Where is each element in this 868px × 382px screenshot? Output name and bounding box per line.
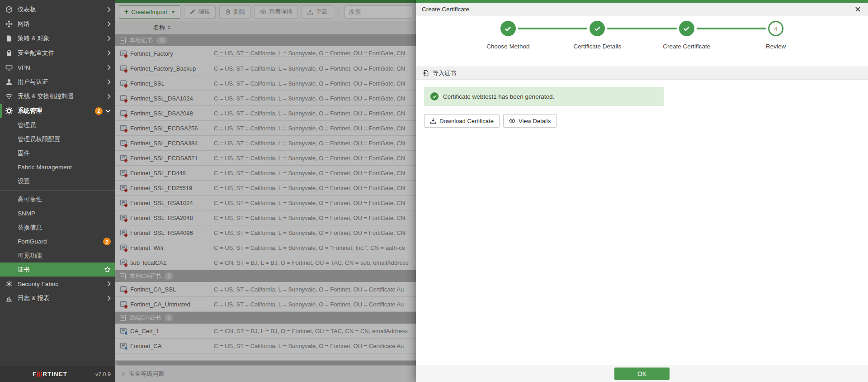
toolbar-separator: [339, 6, 339, 17]
local-certificate-icon: [120, 139, 127, 147]
chevron-right-icon: [107, 50, 111, 56]
create-import-button[interactable]: + Create/Import: [119, 5, 180, 19]
search-input[interactable]: [344, 5, 412, 19]
eye-icon: [509, 118, 515, 124]
collapse-icon[interactable]: [120, 273, 126, 279]
success-alert: Certificate webtest1 has been generated.: [424, 87, 664, 106]
notification-badge: 2: [95, 107, 103, 115]
sidebar-item-network[interactable]: 网络: [0, 17, 115, 31]
local-certificate-icon: [120, 301, 127, 308]
eye-icon: [260, 9, 266, 15]
delete-button[interactable]: 删除: [219, 5, 251, 19]
close-icon[interactable]: [853, 5, 862, 14]
group-count-badge: 15: [156, 37, 167, 44]
check-circle-icon: [430, 92, 439, 100]
local-certificate-icon: [120, 50, 127, 57]
download-certificate-button[interactable]: Download Certificate: [424, 114, 500, 128]
sidebar-item-replacement-messages[interactable]: 替换信息: [0, 220, 115, 234]
sidebar-item-system[interactable]: 系统管理 2: [0, 104, 115, 118]
sidebar-item-snmp[interactable]: SNMP: [0, 206, 115, 220]
sidebar-item-log-report[interactable]: 日志 & 报表: [0, 291, 115, 306]
local-certificate-icon: [120, 229, 127, 236]
step-done-check-icon: [590, 21, 605, 36]
collapse-icon[interactable]: [120, 315, 126, 321]
sort-icon: [167, 25, 171, 29]
chevron-down-icon: [105, 109, 111, 113]
sidebar-item-admin-profiles[interactable]: 管理员权限配置: [0, 132, 115, 146]
sidebar-item-fabric-management[interactable]: Fabric Management: [0, 160, 115, 174]
remote-ca-certificate-icon: R: [120, 342, 127, 349]
step-certificate-details: Certificate Details: [553, 21, 642, 50]
sidebar-item-security-fabric[interactable]: Security Fabric: [0, 277, 115, 291]
step-review: 4 Review: [731, 21, 821, 50]
chevron-right-icon: [107, 21, 111, 27]
lock-icon: [5, 49, 13, 57]
local-certificate-icon: [120, 110, 127, 117]
fortinet-logo-o: [37, 372, 42, 377]
user-icon: [5, 78, 13, 86]
step-number: 4: [768, 21, 783, 36]
sidebar-item-fortiguard[interactable]: FortiGuard 2: [0, 234, 115, 248]
remote-ca-certificate-icon: R: [120, 327, 127, 334]
sidebar-item-wifi-switch[interactable]: 无线 & 交换机控制器: [0, 89, 115, 104]
sidebar-item-security-profiles[interactable]: 安全配置文件: [0, 46, 115, 60]
wifi-icon: [5, 93, 13, 100]
local-certificate-icon: [120, 244, 127, 251]
local-certificate-icon: [120, 95, 127, 102]
sidebar-item-certificates[interactable]: 证书: [0, 263, 115, 277]
sidebar-item-user-auth[interactable]: 用户与认证: [0, 75, 115, 89]
group-count-badge: 2: [165, 272, 173, 280]
fortinet-logo: FRTINET: [5, 371, 95, 377]
chevron-right-icon: [107, 281, 111, 286]
step-done-check-icon: [500, 21, 516, 36]
caret-down-icon: [171, 11, 175, 13]
sidebar-item-firmware[interactable]: 固件: [0, 146, 115, 160]
success-alert-text: Certificate webtest1 has been generated.: [443, 93, 554, 100]
trash-icon: [225, 9, 231, 15]
group-count-badge: 5: [165, 314, 173, 321]
sidebar-item-policy-objects[interactable]: 策略 & 对象: [0, 31, 115, 46]
sidebar-item-vpn[interactable]: VPN: [0, 60, 115, 75]
chevron-right-icon: [107, 65, 111, 70]
step-choose-method: Choose Method: [463, 21, 553, 50]
wizard-steps: Choose Method Certificate Details Create…: [416, 16, 868, 50]
download-icon: [307, 9, 313, 15]
notification-badge: 2: [103, 238, 111, 245]
local-certificate-icon: [120, 214, 127, 221]
column-header-name[interactable]: 名称: [115, 21, 209, 34]
sidebar-item-settings[interactable]: 设置: [0, 174, 115, 188]
local-certificate-icon: [120, 65, 127, 72]
view-details-button[interactable]: 查看详情: [255, 5, 298, 19]
view-details-button[interactable]: View Details: [503, 114, 557, 128]
local-certificate-icon: [120, 80, 127, 87]
fabric-icon: [5, 280, 13, 287]
pencil-icon: [189, 9, 196, 15]
favorite-star-icon[interactable]: [104, 266, 111, 273]
chevron-right-icon: [107, 296, 111, 301]
sidebar-item-ha[interactable]: 高可靠性: [0, 192, 115, 206]
step-done-check-icon: [679, 21, 694, 36]
ok-button[interactable]: OK: [614, 368, 670, 380]
chevron-right-icon: [107, 36, 111, 41]
local-certificate-icon: [120, 259, 127, 266]
import-certificate-section-header: 导入证书: [416, 67, 868, 80]
modal-title-bar: Create Certificate: [416, 3, 868, 16]
firmware-version: v7.0.9: [95, 371, 111, 377]
edit-button[interactable]: 编辑: [184, 5, 216, 19]
import-certificate-icon: [422, 70, 429, 76]
gauge-icon: [5, 6, 13, 13]
monitor-icon: [5, 64, 13, 71]
step-create-certificate: Create Certificate: [642, 21, 731, 50]
modal-footer: OK: [416, 365, 868, 382]
create-certificate-panel: Create Certificate Choose Method Certifi…: [416, 0, 868, 382]
sidebar: 仪表板 网络 策略 & 对象 安全配置文件 VPN 用户与认证: [0, 0, 115, 382]
chevron-right-icon: [107, 79, 111, 85]
result-actions: Download Certificate View Details: [424, 114, 860, 128]
sidebar-item-dashboard[interactable]: 仪表板: [0, 2, 115, 17]
sidebar-item-administrators[interactable]: 管理员: [0, 118, 115, 132]
collapse-icon[interactable]: [120, 38, 126, 43]
sidebar-item-feature-visibility[interactable]: 可见功能: [0, 248, 115, 263]
bar-chart-icon: [5, 295, 13, 302]
download-button[interactable]: 下载: [302, 5, 333, 19]
local-certificate-icon: [120, 286, 127, 293]
